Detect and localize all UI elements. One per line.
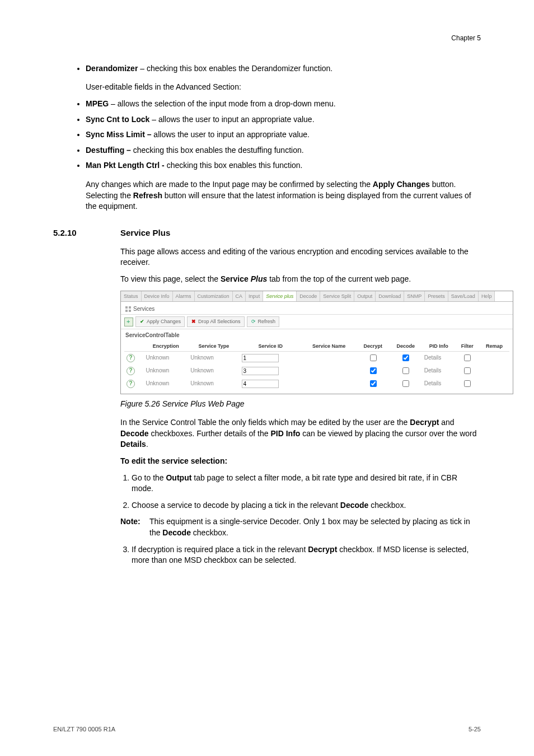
text: checkbox. xyxy=(368,501,406,510)
tab-service-split[interactable]: Service Split xyxy=(320,291,354,302)
apply-changes-button[interactable]: ✔Apply Changes xyxy=(135,316,185,327)
add-icon[interactable] xyxy=(124,318,133,326)
steps-list-cont: If decryption is required place a tick i… xyxy=(53,544,481,566)
tab-status[interactable]: Status xyxy=(121,291,142,302)
text: . xyxy=(146,440,148,449)
step-3: If decryption is required place a tick i… xyxy=(132,544,481,566)
decode-bold: Decode xyxy=(340,501,369,510)
remap-cell xyxy=(479,365,509,377)
refresh-button[interactable]: ⟳Refresh xyxy=(247,316,280,327)
tab-alarms[interactable]: Alarms xyxy=(173,291,195,302)
filter-checkbox[interactable] xyxy=(464,367,471,374)
decode-bold: Decode xyxy=(120,429,149,438)
panel-title-text: Services xyxy=(133,306,154,312)
service-bold: Service xyxy=(221,274,249,283)
edit-heading: To edit the service selection: xyxy=(120,456,227,465)
text: If decryption is required place a tick i… xyxy=(132,545,308,554)
help-icon[interactable]: ? xyxy=(127,367,135,375)
check-icon: ✔ xyxy=(139,318,145,325)
remap-cell xyxy=(479,377,509,390)
tab-presets[interactable]: Presets xyxy=(425,291,448,302)
page-footer: EN/LZT 790 0005 R1A 5-25 xyxy=(53,725,481,734)
term: Sync Cnt to Lock xyxy=(86,115,149,124)
tab-snmp[interactable]: SNMP xyxy=(404,291,425,302)
col-header: Decode xyxy=(390,342,422,351)
service-type-cell: Unknown xyxy=(188,351,239,365)
service-plus-intro: This page allows access and editing of t… xyxy=(120,246,481,268)
section-title: Service Plus xyxy=(120,227,170,239)
table-header-row: EncryptionService TypeService IDService … xyxy=(124,342,509,351)
tab-decode[interactable]: Decode xyxy=(297,291,320,302)
text: checkboxes. Further details of the xyxy=(149,429,271,438)
tab-download[interactable]: Download xyxy=(376,291,404,302)
decrypt-bold: Decrypt xyxy=(308,545,337,554)
text: Any changes which are made to the Input … xyxy=(86,180,373,189)
help-icon[interactable]: ? xyxy=(127,354,135,362)
tab-customization[interactable]: Customization xyxy=(195,291,233,302)
text: To view this page, select the xyxy=(120,274,221,283)
service-control-table: EncryptionService TypeService IDService … xyxy=(124,342,509,390)
note-body: This equipment is a single-service Decod… xyxy=(149,516,481,538)
tab-input[interactable]: Input xyxy=(246,291,263,302)
desc: checking this box enables the destuffing… xyxy=(131,146,304,155)
term: Destuffing – xyxy=(86,146,131,155)
decrypt-checkbox[interactable] xyxy=(370,380,377,387)
decode-checkbox[interactable] xyxy=(402,380,409,387)
filter-checkbox[interactable] xyxy=(464,354,471,361)
text: and xyxy=(439,418,454,427)
apply-changes-paragraph: Any changes which are made to the Input … xyxy=(86,179,481,212)
cross-icon: ✖ xyxy=(191,318,196,325)
table-row: ?UnknownUnknownDetails xyxy=(124,365,509,377)
col-header: Decrypt xyxy=(356,342,389,351)
button-label: Refresh xyxy=(258,318,276,325)
tab-help[interactable]: Help xyxy=(479,291,495,302)
col-header: Service Type xyxy=(188,342,239,351)
desc: – allows the user to input an appropriat… xyxy=(149,115,314,124)
help-icon[interactable]: ? xyxy=(127,380,135,388)
pid-info-cell: Details xyxy=(422,351,456,365)
text: Go to the xyxy=(132,473,166,482)
filter-checkbox[interactable] xyxy=(464,380,471,387)
footer-right: 5-25 xyxy=(469,725,481,734)
button-label: Apply Changes xyxy=(147,318,181,325)
table-title: ServiceControlTable xyxy=(121,329,513,340)
col-header: Encryption xyxy=(144,342,189,351)
service-id-input[interactable] xyxy=(242,380,279,388)
decode-checkbox[interactable] xyxy=(402,367,409,374)
remap-cell xyxy=(479,351,509,365)
service-plus-screenshot: StatusDevice InfoAlarmsCustomizationCAIn… xyxy=(120,291,513,394)
drop-all-button[interactable]: ✖Drop All Selections xyxy=(187,316,245,327)
table-row: ?UnknownUnknownDetails xyxy=(124,377,509,390)
steps-list: Go to the Output tab page to select a fi… xyxy=(53,473,481,511)
note-label: Note: xyxy=(120,516,149,538)
col-header: Filter xyxy=(456,342,479,351)
list-item: Man Pkt Length Ctrl - checking this box … xyxy=(86,160,481,171)
service-id-input[interactable] xyxy=(242,367,279,375)
intro-bullet-list: Derandomizer – checking this box enables… xyxy=(53,63,481,74)
services-panel-title: Services xyxy=(121,302,513,314)
decode-bold: Decode xyxy=(162,528,191,537)
tab-ca[interactable]: CA xyxy=(233,291,246,302)
table-row: ?UnknownUnknownDetails xyxy=(124,351,509,365)
grid-icon xyxy=(125,306,131,312)
tab-device-info[interactable]: Device Info xyxy=(142,291,173,302)
decode-checkbox[interactable] xyxy=(402,354,409,361)
text: checkbox. xyxy=(191,528,228,537)
list-item: Derandomizer – checking this box enables… xyxy=(86,63,481,74)
section-number: 5.2.10 xyxy=(53,227,120,239)
service-id-input[interactable] xyxy=(242,354,279,362)
tab-save-load[interactable]: Save/Load xyxy=(448,291,479,302)
section-heading: 5.2.10 Service Plus xyxy=(53,227,481,239)
tab-service-plus[interactable]: Service plus xyxy=(263,291,297,302)
pid-info-bold: PID Info xyxy=(270,429,300,438)
text: Choose a service to decode by placing a … xyxy=(132,501,340,510)
service-name-cell xyxy=(302,365,357,377)
decrypt-checkbox[interactable] xyxy=(370,367,377,374)
desc: – checking this box enables the Derandom… xyxy=(138,64,332,73)
decrypt-checkbox[interactable] xyxy=(370,354,377,361)
step-2: Choose a service to decode by placing a … xyxy=(132,500,481,511)
step-1: Go to the Output tab page to select a fi… xyxy=(132,473,481,494)
desc: – allows the selection of the input mode… xyxy=(109,99,335,108)
tab-output[interactable]: Output xyxy=(354,291,376,302)
term: Derandomizer xyxy=(86,64,138,73)
